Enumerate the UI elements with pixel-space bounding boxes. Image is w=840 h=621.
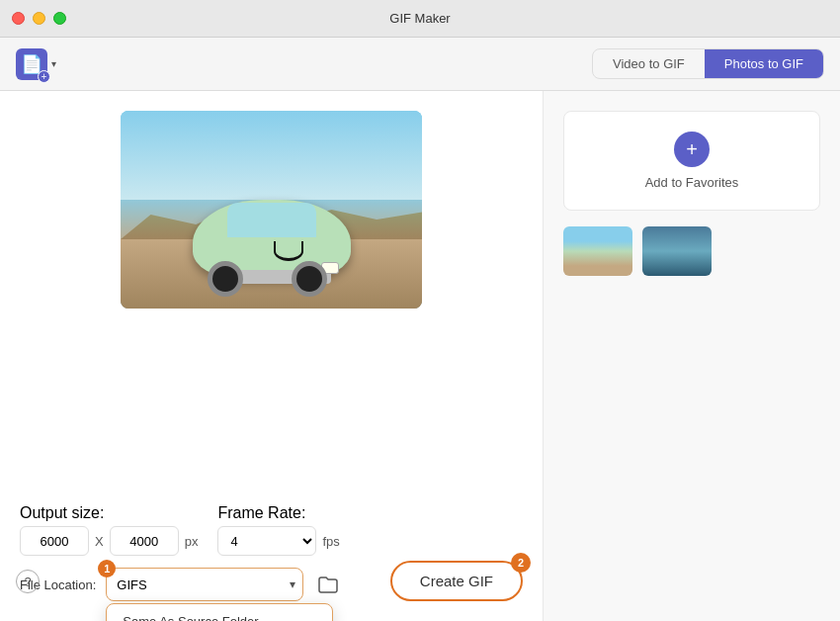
file-location-dropdown[interactable]: Same As Source Folder ✓ GIFS Other... [106, 603, 333, 621]
create-gif-badge: 2 [511, 553, 531, 573]
dropdown-item-same-as-source[interactable]: Same As Source Folder [107, 604, 332, 621]
window-controls [12, 12, 66, 25]
frame-rate-select[interactable]: 4 8 12 24 [217, 526, 316, 556]
toolbar: 📄 + ▾ Video to GIF Photos to GIF [0, 38, 840, 91]
tab-photos-to-gif[interactable]: Photos to GIF [705, 49, 823, 78]
title-bar: GIF Maker [0, 0, 840, 38]
fps-label: fps [322, 534, 339, 549]
thumbnail-bridge[interactable] [642, 226, 712, 276]
file-location-select[interactable]: GIFS Same As Source Folder Other... [106, 568, 303, 601]
x-divider: X [95, 534, 104, 549]
width-input[interactable] [20, 526, 89, 556]
help-button[interactable]: ? [16, 570, 40, 593]
import-chevron: ▾ [51, 58, 56, 69]
create-gif-button[interactable]: Create GIF 2 [390, 561, 523, 601]
size-inputs: X px [20, 526, 198, 556]
import-plus-badge: + [38, 70, 50, 83]
car-scene-preview [121, 111, 422, 309]
app-title: GIF Maker [389, 11, 450, 26]
browse-folder-button[interactable] [313, 570, 343, 599]
help-icon-label: ? [24, 575, 31, 589]
frame-rate-label: Frame Rate: [217, 504, 339, 522]
add-favorites-plus: + [686, 138, 698, 161]
preview-image [121, 111, 422, 309]
create-gif-label: Create GIF [420, 573, 493, 589]
import-icon: 📄 + [16, 48, 47, 80]
tab-video-to-gif[interactable]: Video to GIF [593, 49, 705, 78]
maximize-button[interactable] [53, 12, 66, 25]
thumbnails-row [563, 226, 820, 276]
height-input[interactable] [110, 526, 179, 556]
px-label: px [185, 534, 199, 549]
create-gif-wrapper: Create GIF 2 [390, 561, 523, 601]
add-favorites-box[interactable]: + Add to Favorites [563, 111, 820, 211]
main-content: Output size: X px Frame Rate: 4 8 [0, 91, 840, 621]
frame-rate-col: Frame Rate: 4 8 12 24 fps [217, 504, 339, 556]
close-button[interactable] [12, 12, 25, 25]
thumbnail-car[interactable] [563, 226, 632, 276]
right-panel: + Add to Favorites [544, 91, 840, 621]
output-size-col: Output size: X px [20, 504, 198, 556]
tab-group: Video to GIF Photos to GIF [592, 48, 824, 79]
left-panel: Output size: X px Frame Rate: 4 8 [0, 91, 544, 621]
add-favorites-label: Add to Favorites [645, 175, 739, 190]
output-settings-row: Output size: X px Frame Rate: 4 8 [20, 504, 523, 556]
output-size-label: Output size: [20, 504, 198, 522]
minimize-button[interactable] [33, 12, 45, 25]
file-location-select-wrapper: 1 GIFS Same As Source Folder Other... ▾ … [106, 568, 303, 601]
import-button[interactable]: 📄 + ▾ [16, 48, 56, 80]
add-favorites-icon: + [674, 132, 710, 167]
dropdown-item-same-as-source-label: Same As Source Folder [123, 614, 258, 621]
